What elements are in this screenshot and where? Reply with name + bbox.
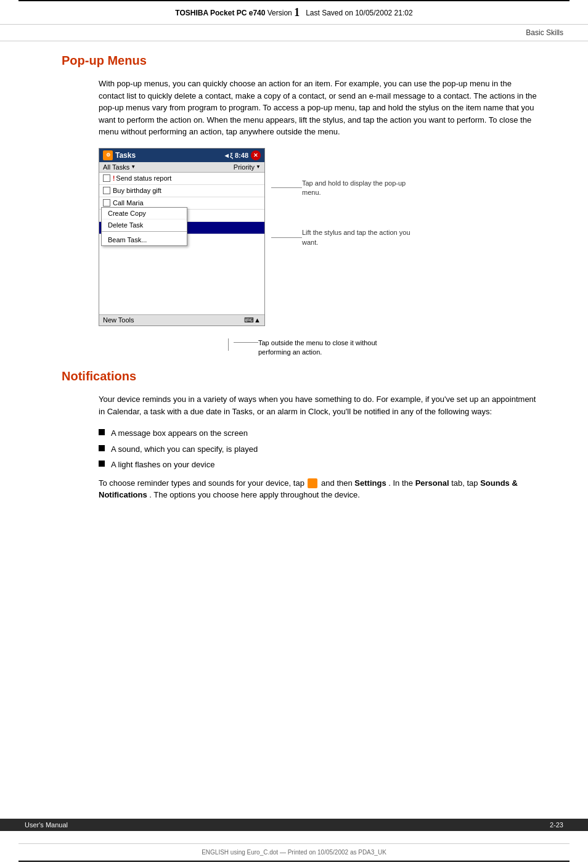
page-bottom-line: ENGLISH using Euro_C.dot — Printed on 10… (18, 843, 570, 856)
filter-dropdown-arrow: ▼ (131, 164, 136, 170)
task-row[interactable]: Buy birthday gift (99, 185, 264, 197)
bullet-text-2: A sound, which you can specify, is playe… (111, 443, 258, 456)
context-menu-delete-task[interactable]: Delete Task (102, 219, 187, 232)
annotation-line-2 (271, 237, 302, 238)
notifications-footer-text2: and then (321, 478, 353, 488)
bullet-square-2 (99, 445, 105, 451)
task-label-3: Call Maria (113, 199, 144, 207)
pda-footer-left: New Tools (103, 316, 134, 324)
annotation-2: Lift the stylus and tap the action you w… (271, 228, 413, 247)
notifications-footer-text4: tab, tap (451, 478, 478, 488)
annotations-wrapper: Tap and hold to display the pop-up menu.… (271, 148, 413, 279)
annotation-3-wrapper: Tap outside the menu to close it without… (228, 338, 563, 358)
notifications-body: Your device reminds you in a variety of … (99, 393, 539, 417)
pda-toolbar: All Tasks ▼ Priority ▼ (99, 162, 264, 173)
notifications-settings-bold: Settings (354, 478, 386, 488)
pda-footer: New Tools ⌨▲ (99, 314, 264, 326)
popup-menus-body: With pop-up menus, you can quickly choos… (99, 78, 539, 138)
header-title: TOSHIBA Pocket PC e740 (175, 9, 265, 17)
task-checkbox-2[interactable] (103, 187, 110, 194)
pda-time: ◄ξ 8:48 (223, 152, 248, 159)
bullet-square-1 (99, 429, 105, 435)
device-demo-area: ⚙ Tasks ◄ξ 8:48 ✕ All Tasks ▼ (99, 148, 563, 326)
pda-container: ⚙ Tasks ◄ξ 8:48 ✕ All Tasks ▼ (99, 148, 265, 326)
settings-icon-inline (308, 478, 317, 488)
task-checkbox-3[interactable] (103, 199, 110, 207)
bullet-text-1: A message box appears on the screen (111, 427, 248, 440)
popup-menus-section: Pop-up Menus With pop-up menus, you can … (25, 54, 563, 357)
annotation-line-3 (234, 342, 258, 343)
notifications-personal-bold: Personal (415, 478, 449, 488)
tasks-app-icon: ⚙ (103, 150, 113, 160)
pda-footer-right: ⌨▲ (244, 316, 261, 324)
pda-app-name: Tasks (115, 151, 136, 160)
header-saved: Last Saved on 10/05/2002 21:02 (306, 9, 412, 17)
pda-task-list: ! Send status report Buy birthday gift C… (99, 173, 264, 277)
pda-close-button[interactable]: ✕ (251, 150, 261, 160)
annotation-1: Tap and hold to display the pop-up menu. (271, 179, 413, 198)
header-version-label: Version (267, 9, 292, 17)
bullet-item-2: A sound, which you can specify, is playe… (99, 443, 539, 456)
annotation-vline-3 (228, 338, 229, 351)
pda-titlebar-right: ◄ξ 8:48 ✕ (223, 150, 261, 160)
pda-titlebar-left: ⚙ Tasks (103, 150, 136, 160)
bullet-item-1: A message box appears on the screen (99, 427, 539, 440)
pda-titlebar: ⚙ Tasks ◄ξ 8:48 ✕ (99, 149, 264, 162)
bullet-item-3: A light flashes on your device (99, 459, 539, 471)
header-version-num: 1 (294, 6, 300, 19)
notifications-section: Notifications Your device reminds you in… (25, 369, 563, 501)
annotation-text-1: Tap and hold to display the pop-up menu. (302, 179, 413, 198)
popup-menus-heading: Pop-up Menus (62, 54, 563, 68)
page-header: TOSHIBA Pocket PC e740 Version 1 Last Sa… (0, 1, 588, 25)
context-menu-create-copy[interactable]: Create Copy (102, 208, 187, 219)
footer-left: User's Manual (25, 821, 68, 829)
task-label-1: Send status report (116, 174, 171, 182)
task-label-2: Buy birthday gift (113, 187, 161, 194)
footer-bar: User's Manual 2-23 (0, 819, 588, 831)
notifications-footer-text5: . The options you choose here apply thro… (149, 490, 360, 499)
priority-icon-1: ! (113, 175, 115, 182)
notifications-footer-text3: . In the (388, 478, 413, 488)
page-border-bottom (18, 861, 570, 862)
notifications-heading: Notifications (62, 369, 563, 383)
pda-sort-dropdown[interactable]: Priority ▼ (234, 163, 261, 171)
bullet-square-3 (99, 461, 105, 467)
bullet-list: A message box appears on the screen A so… (99, 427, 539, 471)
sort-dropdown-arrow: ▼ (256, 164, 261, 170)
pda-filter-dropdown[interactable]: All Tasks ▼ (103, 163, 136, 171)
annotation-3-content: Tap outside the menu to close it without… (234, 338, 382, 358)
annotation-line-1 (271, 187, 302, 188)
annotation-text-3: Tap outside the menu to close it without… (258, 338, 382, 358)
pda-sort-label: Priority (234, 163, 255, 171)
annotation-text-2: Lift the stylus and tap the action you w… (302, 228, 413, 247)
pda-context-menu: Create Copy Delete Task Beam Task... (101, 207, 187, 246)
footer-right: 2-23 (550, 821, 563, 829)
task-checkbox-1[interactable] (103, 174, 110, 182)
bullet-text-3: A light flashes on your device (111, 459, 214, 471)
section-label: Basic Skills (0, 25, 588, 41)
notifications-footer-text1: To choose reminder types and sounds for … (99, 478, 304, 488)
pda-screen: ⚙ Tasks ◄ξ 8:48 ✕ All Tasks ▼ (99, 148, 265, 326)
task-row[interactable]: ! Send status report (99, 173, 264, 185)
context-menu-beam-task[interactable]: Beam Task... (102, 234, 187, 245)
pda-filter-label: All Tasks (103, 163, 129, 171)
main-content: Pop-up Menus With pop-up menus, you can … (0, 41, 588, 523)
notifications-footer-para: To choose reminder types and sounds for … (99, 477, 539, 501)
